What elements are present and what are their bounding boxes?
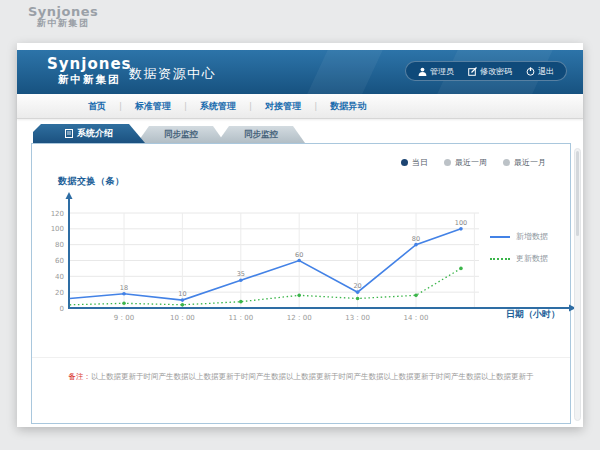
svg-text:20: 20	[55, 289, 64, 297]
background-watermark-logo: Synjones 新中新集团	[28, 5, 98, 29]
svg-text:0: 0	[60, 305, 64, 313]
header-decor-stripe	[301, 50, 389, 94]
app-header: Synjones 新中新集团 数据资源中心 管理员 修改密码 退出	[17, 50, 583, 94]
filter-label: 当日	[412, 157, 428, 168]
filter-label: 最近一月	[514, 157, 546, 168]
legend-label: 更新数据	[516, 253, 548, 264]
x-axis-title: 日期（小时）	[506, 308, 560, 321]
footnote: 备注：以上数据更新于时间产生数据以上数据更新于时间产生数据以上数据更新于时间产生…	[32, 357, 570, 382]
user-menu[interactable]: 管理员	[418, 66, 454, 77]
svg-text:13：00: 13：00	[345, 314, 370, 322]
screenshot-background: Synjones 新中新集团 Synjones 新中新集团 数据资源中心 管理员…	[0, 0, 600, 450]
footnote-label: 备注：	[69, 372, 92, 381]
legend-swatch	[490, 236, 510, 238]
nav-separator: |	[119, 101, 122, 111]
svg-text:100: 100	[455, 219, 467, 227]
svg-text:35: 35	[237, 270, 245, 278]
filter-radio-1[interactable]: 当日	[401, 157, 428, 168]
nav-item-1[interactable]: 首页	[88, 100, 106, 113]
radio-icon	[444, 159, 451, 166]
legend-item-1[interactable]: 新增数据	[490, 231, 548, 242]
svg-text:60: 60	[55, 257, 64, 265]
svg-text:12：00: 12：00	[287, 314, 312, 322]
nav-item-4[interactable]: 对接管理	[265, 100, 301, 113]
radio-icon	[401, 159, 408, 166]
brand-logo-subtext: 新中新集团	[47, 73, 132, 85]
change-password-button[interactable]: 修改密码	[468, 66, 512, 77]
change-password-label: 修改密码	[480, 66, 512, 77]
svg-text:80: 80	[412, 235, 420, 243]
user-name: 管理员	[430, 66, 454, 77]
page-title: 数据资源中心	[129, 65, 216, 83]
legend-swatch	[490, 258, 510, 260]
nav-separator: |	[314, 101, 317, 111]
edit-icon	[468, 67, 477, 76]
user-icon	[418, 67, 427, 76]
radio-icon	[503, 159, 510, 166]
scrollbar-thumb[interactable]	[576, 151, 579, 236]
svg-text:80: 80	[55, 241, 64, 249]
nav-item-5[interactable]: 数据异动	[330, 100, 366, 113]
legend-label: 新增数据	[516, 231, 548, 242]
tab-label: 同步监控	[164, 129, 198, 141]
logout-button[interactable]: 退出	[526, 66, 554, 77]
brand-logo-text: Synjones	[47, 56, 132, 73]
svg-text:10: 10	[178, 290, 186, 298]
svg-text:14：00: 14：00	[404, 314, 429, 322]
svg-text:120: 120	[51, 210, 64, 218]
svg-text:11：00: 11：00	[228, 314, 253, 322]
tab-3[interactable]: 同步监控	[217, 126, 305, 143]
time-range-filters: 当日最近一周最近一月	[401, 157, 546, 168]
background-logo-subtext: 新中新集团	[28, 19, 98, 29]
nav-separator: |	[249, 101, 252, 111]
legend-item-2[interactable]: 更新数据	[490, 253, 548, 264]
document-icon	[65, 129, 73, 138]
svg-text:9：00: 9：00	[114, 314, 134, 322]
filter-label: 最近一周	[455, 157, 487, 168]
user-toolbar: 管理员 修改密码 退出	[405, 61, 567, 81]
scrollbar[interactable]	[574, 148, 581, 421]
y-axis-title: 数据交换（条）	[58, 175, 125, 188]
svg-text:40: 40	[55, 273, 64, 281]
nav-separator: |	[184, 101, 187, 111]
background-logo-text: Synjones	[28, 5, 98, 19]
app-window: Synjones 新中新集团 数据资源中心 管理员 修改密码 退出 首页|标	[17, 43, 583, 427]
power-icon	[526, 67, 535, 76]
brand-logo: Synjones 新中新集团	[47, 56, 132, 85]
tab-label: 同步监控	[244, 129, 278, 141]
tab-label: 系统介绍	[77, 127, 113, 140]
svg-text:60: 60	[295, 251, 303, 259]
logout-label: 退出	[538, 66, 554, 77]
svg-text:18: 18	[120, 284, 128, 292]
nav-item-3[interactable]: 系统管理	[200, 100, 236, 113]
chart-legend: 新增数据更新数据	[490, 231, 548, 264]
filter-radio-2[interactable]: 最近一周	[444, 157, 487, 168]
tab-2[interactable]: 同步监控	[137, 126, 225, 143]
footnote-text: 以上数据更新于时间产生数据以上数据更新于时间产生数据以上数据更新于时间产生数据以…	[91, 372, 534, 381]
svg-text:10：00: 10：00	[170, 314, 195, 322]
svg-text:20: 20	[353, 282, 361, 290]
content-panel: 当日最近一周最近一月 数据交换（条） 0204060801001209：0010…	[31, 143, 571, 424]
nav-item-2[interactable]: 标准管理	[135, 100, 171, 113]
filter-radio-3[interactable]: 最近一月	[503, 157, 546, 168]
tab-bar: 系统介绍同步监控同步监控	[33, 124, 305, 143]
tab-1[interactable]: 系统介绍	[33, 124, 145, 143]
main-nav: 首页|标准管理|系统管理|对接管理|数据异动	[17, 94, 583, 119]
svg-text:100: 100	[51, 225, 64, 233]
